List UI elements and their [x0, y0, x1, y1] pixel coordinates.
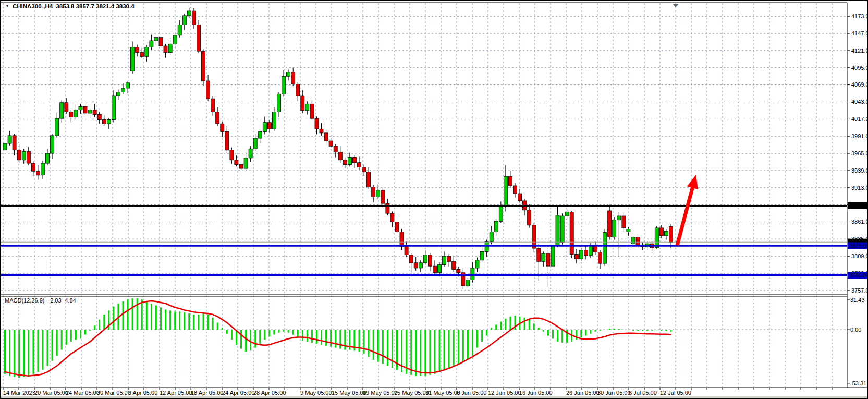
svg-text:3825.0: 3825.0 — [849, 243, 866, 249]
svg-text:25 May 05:00: 25 May 05:00 — [394, 390, 429, 396]
svg-text:12 Apr 05:00: 12 Apr 05:00 — [160, 390, 192, 396]
svg-text:4147.0: 4147.0 — [851, 30, 868, 37]
macd-name: MACD(12,26,9) — [5, 297, 44, 304]
svg-text:3991.0: 3991.0 — [851, 133, 868, 139]
trading-terminal-window: 3757.03783.03809.03835.03861.03887.03913… — [0, 0, 868, 399]
svg-text:24 Mar 05:00: 24 Mar 05:00 — [66, 390, 100, 396]
svg-text:3965.0: 3965.0 — [851, 150, 868, 156]
chart-shift-marker-icon[interactable] — [673, 4, 679, 7]
svg-text:3757.0: 3757.0 — [851, 287, 868, 294]
chart-canvas[interactable]: 3757.03783.03809.03835.03861.03887.03913… — [1, 1, 868, 399]
symbol-dropdown-icon[interactable]: ▼ — [5, 4, 9, 8]
price-badges: 3885.63830.43825.03780.0 — [848, 202, 868, 279]
svg-text:3861.0: 3861.0 — [851, 219, 868, 225]
svg-text:19 May 05:00: 19 May 05:00 — [363, 390, 398, 396]
svg-text:15 May 05:00: 15 May 05:00 — [332, 390, 366, 396]
macd-indicator-label: MACD(12,26,9) -2.03 -4.84 — [5, 297, 78, 304]
svg-text:6 Apr 05:00: 6 Apr 05:00 — [128, 390, 157, 396]
svg-text:3809.0: 3809.0 — [851, 253, 868, 259]
candlestick-series — [3, 8, 673, 289]
macd-histogram — [5, 298, 671, 378]
svg-text:16 Jun 05:00: 16 Jun 05:00 — [519, 390, 553, 396]
macd-axis[interactable]: 31.430.00-53.31 — [847, 297, 866, 386]
annotation-arrow-up[interactable] — [677, 175, 698, 245]
svg-text:26 Jun 05:00: 26 Jun 05:00 — [566, 390, 600, 396]
svg-text:0.00: 0.00 — [850, 327, 861, 333]
ohlc-values: 3853.8 3857.7 3821.4 3830.4 — [56, 3, 134, 9]
svg-text:18 Apr 05:00: 18 Apr 05:00 — [191, 390, 223, 396]
svg-text:4043.0: 4043.0 — [851, 99, 868, 105]
svg-text:4095.0: 4095.0 — [851, 65, 868, 71]
svg-text:30 Jun 05:00: 30 Jun 05:00 — [597, 390, 631, 396]
svg-text:12 Jul 05:00: 12 Jul 05:00 — [660, 390, 691, 396]
svg-text:4121.0: 4121.0 — [851, 47, 868, 54]
svg-text:4173.0: 4173.0 — [851, 13, 868, 19]
svg-text:6 Jul 05:00: 6 Jul 05:00 — [629, 390, 657, 396]
svg-text:-53.31: -53.31 — [850, 380, 866, 386]
svg-text:24 Apr 05:00: 24 Apr 05:00 — [222, 390, 254, 396]
svg-text:3780.0: 3780.0 — [849, 272, 866, 279]
svg-text:31 May 05:00: 31 May 05:00 — [425, 390, 460, 396]
svg-text:3939.0: 3939.0 — [851, 167, 868, 174]
svg-text:4069.0: 4069.0 — [851, 81, 868, 88]
time-axis[interactable]: 14 Mar 202320 Mar 05:0024 Mar 05:0030 Ma… — [3, 388, 832, 396]
svg-text:6 Jun 05:00: 6 Jun 05:00 — [457, 390, 487, 396]
svg-text:4017.0: 4017.0 — [851, 116, 868, 122]
macd-values: -2.03 -4.84 — [48, 297, 76, 304]
price-axis[interactable]: 3757.03783.03809.03835.03861.03887.03913… — [847, 13, 868, 294]
svg-text:20 Mar 05:00: 20 Mar 05:00 — [34, 390, 68, 396]
level-lines[interactable] — [1, 205, 847, 275]
svg-text:3885.6: 3885.6 — [849, 202, 866, 209]
chart-title: ▼ CHINA300-,H4 3853.8 3857.7 3821.4 3830… — [5, 3, 135, 9]
svg-text:12 Jun 05:00: 12 Jun 05:00 — [488, 390, 521, 396]
svg-text:30 Mar 05:00: 30 Mar 05:00 — [97, 390, 131, 396]
svg-text:3913.0: 3913.0 — [851, 185, 868, 191]
svg-text:28 Apr 05:00: 28 Apr 05:00 — [253, 390, 286, 396]
symbol-label: CHINA300-,H4 — [13, 3, 53, 9]
svg-text:14 Mar 2023: 14 Mar 2023 — [3, 390, 35, 396]
svg-text:9 May 05:00: 9 May 05:00 — [300, 390, 332, 396]
window-bottom-strip — [1, 396, 867, 398]
svg-text:31.43: 31.43 — [850, 297, 865, 303]
